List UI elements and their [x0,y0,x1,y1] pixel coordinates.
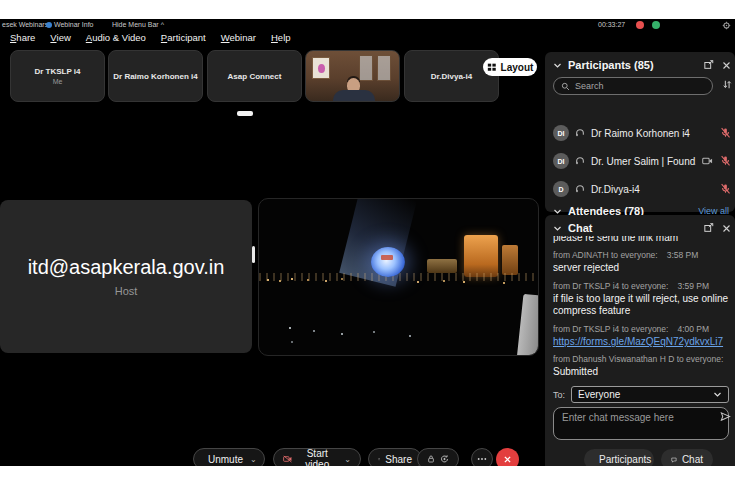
popout-icon[interactable] [704,223,714,233]
search-icon [561,82,570,91]
chevron-down-icon [713,390,722,399]
host-video-tile: itd@asapkerala.gov.in Host [0,200,252,353]
webinar-app-window: esek Webinars Webinar Info Hide Menu Bar… [0,19,735,466]
webinar-info-button[interactable]: Webinar Info [46,21,94,28]
close-icon[interactable] [722,61,731,70]
video-tile-dr-raimo[interactable]: Dr Raimo Korhonen i4 [108,50,203,102]
lock-icon[interactable] [427,454,435,464]
city-skyline-lights [259,273,538,281]
menu-share[interactable]: Share [10,32,35,43]
info-icon [46,22,52,28]
headset-icon [575,184,585,194]
chevron-down-icon[interactable] [553,224,562,233]
menu-webinar[interactable]: Webinar [221,32,256,43]
close-icon [503,455,512,464]
sort-icon[interactable] [722,79,732,90]
avatar: DI [553,125,569,141]
extra-tools-group [417,448,459,466]
recording-indicator-icon [636,21,644,29]
participant-row[interactable]: DI Dr Raimo Korhonen i4 [553,123,731,143]
glowing-sphere [371,247,405,277]
chat-toggle-button[interactable]: Chat [661,449,713,466]
city-building [502,245,518,275]
headset-icon [575,128,585,138]
strip-collapse-handle[interactable] [237,111,253,116]
window-title: esek Webinars [2,21,48,28]
menu-help[interactable]: Help [271,32,291,43]
video-tile-camera-feed[interactable] [305,50,400,102]
chat-message-clipped: please re send the link mam [553,236,729,243]
city-building [464,235,498,277]
picture-frame [312,57,330,79]
chat-message: from Dr TKSLP i4 to everyone:3:59 PM if … [553,281,729,317]
settings-gear-icon[interactable] [722,21,731,30]
menu-audio-video[interactable]: Audio & Video [86,32,146,43]
more-button[interactable] [471,448,493,466]
close-icon[interactable] [722,224,731,233]
menu-bar: Share View Audio & Video Participant Web… [10,32,291,43]
chat-link[interactable]: https://forms.gle/MazQEqN72ydkvxLi7 [553,336,729,347]
chat-panel: Chat please re send the link mam from AD… [545,215,735,466]
cabinet-door [359,55,373,81]
shared-video-tile [258,198,539,356]
chat-input-box[interactable] [553,407,729,440]
sphere-sign [381,255,393,260]
city-building [427,259,457,273]
chevron-down-icon[interactable]: ⌄ [250,455,257,464]
headset-icon [575,156,585,166]
unmute-button[interactable]: Unmute ⌄ [193,448,265,466]
chat-message: from Dhanush Viswanathan H D to everyone… [553,354,729,378]
camera-off-icon [283,454,292,464]
avatar: DI [553,153,569,169]
layout-button[interactable]: Layout [483,58,537,76]
popout-icon[interactable] [704,60,714,70]
share-icon [378,454,380,464]
recipient-select[interactable]: Everyone [571,386,729,403]
host-email: itd@asapkerala.gov.in [28,256,225,279]
avatar: D [553,181,569,197]
titlebar: esek Webinars Webinar Info Hide Menu Bar… [0,19,735,31]
stage-resize-handle[interactable] [252,246,255,263]
mic-muted-icon [720,127,731,139]
chat-input[interactable] [562,412,710,435]
share-button[interactable]: Share [368,448,422,466]
chevron-down-icon[interactable]: ⌄ [344,455,351,464]
video-tile-dr-tkslp[interactable]: Dr TKSLP i4 Me [10,50,105,102]
video-tile-dr-divya[interactable]: Dr.Divya-i4 [404,50,499,102]
ellipsis-icon [477,457,487,461]
leave-button[interactable] [496,448,519,466]
hide-menu-bar-button[interactable]: Hide Menu Bar ^ [112,21,164,28]
participants-panel: Participants (85) DI Dr Raimo Korhonen i… [545,52,735,212]
participant-row[interactable]: DI Dr. Umer Salim | Found... [553,151,731,171]
send-icon[interactable] [720,411,731,422]
participants-title: Participants (85) [568,59,698,71]
street-lights [289,327,291,329]
mic-muted-icon [720,183,731,195]
chat-bubble-icon [671,455,677,465]
grid-icon [487,62,497,72]
cabinet-door [377,55,391,81]
foreground-window-edge [517,294,539,356]
participant-row[interactable]: D Dr.Divya-i4 [553,179,731,199]
distant-lights [267,279,269,281]
chat-title: Chat [568,222,698,234]
menu-view[interactable]: View [50,32,70,43]
participants-search[interactable] [553,77,713,95]
menu-participant[interactable]: Participant [161,32,206,43]
chat-message: from Dr TKSLP i4 to everyone:4:00 PM htt… [553,324,729,347]
start-video-button[interactable]: Start video ⌄ [273,448,361,466]
video-tile-asap-connect[interactable]: Asap Connect [207,50,302,102]
chat-message-list[interactable]: please re send the link mam from ADINATH… [553,236,729,380]
mic-muted-icon [720,155,731,167]
refresh-plus-icon[interactable] [440,454,449,464]
chat-message: from ADINATH to everyone:3:58 PM server … [553,250,729,274]
host-role-label: Host [115,285,138,297]
meeting-timer: 00:33:27 [598,21,625,28]
camera-icon [702,156,713,166]
chevron-down-icon[interactable] [553,61,562,70]
to-label: To: [553,390,565,400]
search-input[interactable] [575,81,695,91]
participants-toggle-button[interactable]: Participants [584,449,654,466]
connection-indicator-icon [652,21,660,29]
